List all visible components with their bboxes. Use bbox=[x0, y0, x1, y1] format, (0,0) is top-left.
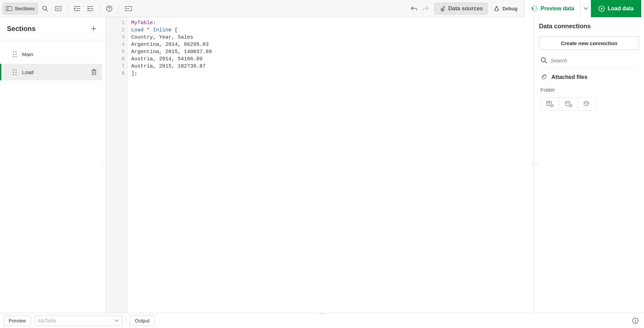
search-icon bbox=[540, 57, 547, 64]
bottom-splitter[interactable]: ⋯ bbox=[320, 311, 324, 317]
insert-icon bbox=[125, 6, 132, 11]
indent-button[interactable] bbox=[71, 3, 83, 14]
svg-line-3 bbox=[46, 10, 48, 11]
toolbar-left-group: Sections bbox=[3, 3, 135, 14]
paperclip-icon bbox=[540, 74, 547, 81]
table-selector-value: MyTable bbox=[38, 318, 56, 324]
svg-line-22 bbox=[495, 9, 495, 9]
svg-point-20 bbox=[495, 8, 498, 11]
load-data-button[interactable]: Load data bbox=[591, 0, 641, 17]
data-connections-title: Data connections bbox=[539, 23, 639, 30]
toolbar-separator bbox=[118, 4, 119, 13]
data-sources-label: Data sources bbox=[448, 6, 483, 12]
data-sources-icon bbox=[439, 6, 446, 12]
line-number-gutter: 12345678 bbox=[106, 17, 128, 313]
chevron-down-icon bbox=[115, 319, 119, 322]
sidebar: Sections Main Load bbox=[0, 17, 106, 313]
svg-point-44 bbox=[584, 101, 588, 103]
svg-point-2 bbox=[43, 6, 46, 10]
undo-icon bbox=[411, 6, 417, 11]
svg-rect-4 bbox=[55, 6, 61, 11]
outdent-icon bbox=[87, 6, 93, 11]
load-data-label: Load data bbox=[607, 6, 634, 12]
chevron-down-icon bbox=[584, 7, 588, 10]
svg-line-5 bbox=[57, 8, 58, 10]
help-button[interactable] bbox=[103, 3, 115, 14]
attached-files-row: Attached files bbox=[539, 72, 639, 82]
play-circle-icon bbox=[599, 6, 605, 12]
search-button[interactable] bbox=[39, 3, 51, 14]
database-edit-icon bbox=[583, 101, 591, 107]
svg-point-14 bbox=[109, 10, 110, 10]
code-editor[interactable]: 12345678 MyTable:Load * Inline [Country,… bbox=[106, 17, 534, 313]
indent-icon bbox=[74, 6, 80, 11]
svg-rect-32 bbox=[92, 71, 96, 75]
sidebar-header: Sections bbox=[0, 17, 106, 40]
right-panel: Data connections Create new connection A… bbox=[534, 17, 644, 313]
sections-toggle-label: Sections bbox=[15, 6, 35, 11]
insert-button[interactable] bbox=[122, 3, 135, 14]
sections-toggle-button[interactable]: Sections bbox=[3, 3, 38, 14]
delete-section-button[interactable] bbox=[91, 69, 97, 75]
select-data-button[interactable] bbox=[541, 98, 559, 110]
output-button[interactable]: Output bbox=[130, 316, 155, 326]
bug-icon bbox=[494, 6, 500, 12]
svg-point-36 bbox=[541, 58, 546, 62]
preview-data-label: Preview data bbox=[541, 6, 574, 12]
connection-search bbox=[539, 55, 639, 68]
add-section-button[interactable] bbox=[89, 23, 99, 34]
help-icon bbox=[106, 6, 112, 12]
redo-button[interactable] bbox=[420, 3, 432, 14]
preview-button[interactable]: Preview bbox=[3, 316, 31, 326]
toolbar-separator bbox=[67, 4, 68, 13]
svg-line-23 bbox=[498, 9, 499, 9]
edit-connection-button[interactable] bbox=[578, 98, 596, 110]
section-item-load[interactable]: Load bbox=[3, 64, 102, 80]
database-check-icon bbox=[565, 101, 572, 107]
create-connection-button[interactable]: Create new connection bbox=[539, 36, 639, 50]
debug-label: Debug bbox=[502, 6, 518, 11]
connection-search-input[interactable] bbox=[551, 58, 638, 63]
toolbar-separator bbox=[100, 4, 100, 13]
bottom-bar: ⋯ Preview MyTable Output bbox=[0, 313, 644, 328]
bottom-divider bbox=[126, 316, 126, 325]
main-area: Sections Main Load ⋮⋮ 12345678 MyTable:L… bbox=[0, 17, 644, 313]
redo-icon bbox=[423, 6, 429, 11]
code-content[interactable]: MyTable:Load * Inline [Country, Year, Sa… bbox=[128, 17, 212, 313]
insert-connection-button[interactable] bbox=[559, 98, 578, 110]
comment-toggle-button[interactable] bbox=[52, 3, 64, 14]
svg-point-42 bbox=[565, 101, 570, 103]
svg-line-24 bbox=[495, 10, 496, 11]
search-icon bbox=[42, 6, 48, 12]
info-button[interactable] bbox=[630, 316, 641, 326]
data-sources-button[interactable]: Data sources bbox=[434, 3, 488, 14]
left-splitter[interactable]: ⋮⋮ bbox=[103, 160, 106, 168]
outdent-button[interactable] bbox=[84, 3, 96, 14]
undo-button[interactable] bbox=[408, 3, 420, 14]
plus-icon bbox=[91, 25, 97, 32]
folder-toolbar bbox=[540, 98, 597, 111]
panel-left-icon bbox=[6, 6, 12, 11]
drag-handle-icon[interactable] bbox=[13, 51, 17, 57]
svg-point-46 bbox=[635, 319, 636, 320]
table-check-icon bbox=[546, 101, 554, 107]
drag-handle-icon[interactable] bbox=[13, 69, 17, 75]
section-item-label: Main bbox=[22, 51, 33, 57]
table-selector[interactable]: MyTable bbox=[34, 316, 123, 326]
comment-icon bbox=[55, 6, 61, 11]
folder-label: Folder bbox=[539, 87, 639, 93]
toolbar: Sections Data sources bbox=[0, 0, 644, 17]
section-list: Main Load bbox=[0, 40, 106, 82]
svg-line-37 bbox=[545, 62, 547, 63]
attached-files-label: Attached files bbox=[551, 74, 588, 80]
svg-line-25 bbox=[498, 10, 499, 11]
svg-rect-0 bbox=[6, 6, 12, 11]
preview-data-button[interactable]: Preview data bbox=[524, 0, 581, 17]
preview-data-dropdown[interactable] bbox=[581, 0, 591, 17]
section-item-main[interactable]: Main bbox=[3, 46, 102, 62]
svg-line-6 bbox=[59, 8, 59, 10]
info-icon bbox=[632, 318, 638, 324]
svg-point-21 bbox=[496, 6, 497, 8]
preview-icon bbox=[531, 6, 538, 12]
debug-button[interactable]: Debug bbox=[491, 3, 520, 14]
